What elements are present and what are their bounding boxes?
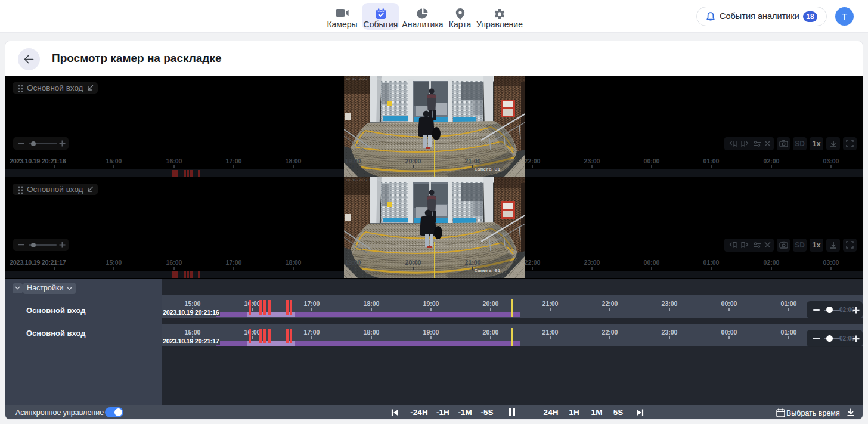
- svg-text:18-10-2023 Чт 20:21:28: 18-10-2023 Чт 20:21:28: [346, 178, 393, 182]
- svg-text:Camera 01: Camera 01: [475, 166, 500, 172]
- svg-text:Camera 01: Camera 01: [475, 268, 500, 273]
- svg-text:18-10-2023 Чт 20:21:28: 18-10-2023 Чт 20:21:28: [346, 77, 393, 81]
